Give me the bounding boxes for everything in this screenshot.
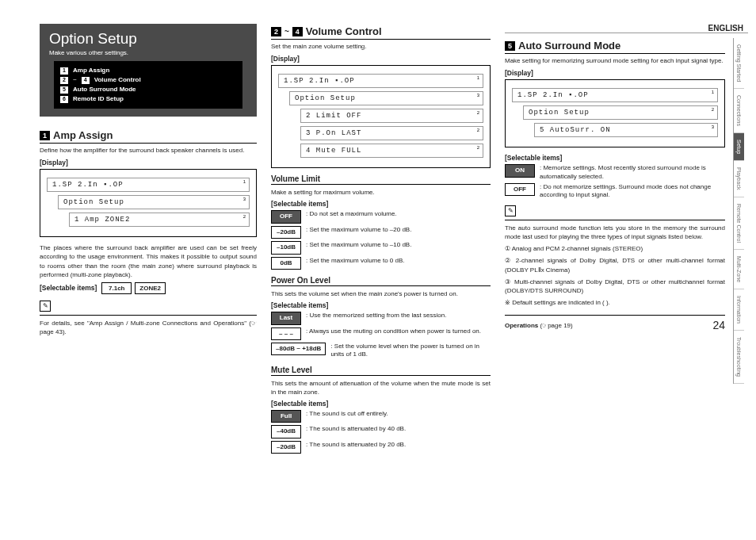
- option-chip: Last: [271, 312, 301, 324]
- amp-display: 1.SP 2.In ▪.OP1 Option Setup3 1 Amp ZONE…: [40, 169, 257, 237]
- chip-71ch: 7.1ch: [101, 282, 132, 294]
- chip-off: OFF: [505, 183, 535, 196]
- option-chip: –20dB: [271, 226, 301, 239]
- option-chip: OFF: [271, 210, 301, 223]
- nav-tab-playback[interactable]: Playback: [734, 161, 744, 197]
- option-chip: –10dB: [271, 241, 301, 254]
- pencil-icon: ✎: [40, 301, 51, 312]
- nav-tab-connections[interactable]: Connections: [734, 89, 744, 133]
- auto-display: 1.SP 2.In ▪.OP1 Option Setup2 5 AutoSurr…: [505, 79, 725, 147]
- option-chip: Full: [271, 410, 301, 423]
- option-chip: – – –: [271, 327, 301, 340]
- header-box: Option Setup Make various other settings…: [40, 24, 257, 117]
- vol-display: 1.SP 2.In ▪.OP1 Option Setup3 2 Limit OF…: [271, 65, 491, 168]
- option-chip: –40dB: [271, 425, 301, 438]
- pencil-icon: ✎: [505, 205, 516, 216]
- language-label: ENGLISH: [505, 24, 748, 33]
- page-footer: Operations (☞page 19) 24: [505, 315, 725, 331]
- nav-tab-setup[interactable]: Setup: [734, 133, 744, 161]
- option-chip: –20dB: [271, 441, 301, 454]
- option-chip: 0dB: [271, 257, 301, 270]
- nav-tab-getting-started[interactable]: Getting Started: [734, 38, 744, 89]
- chip-on: ON: [505, 164, 535, 177]
- nav-tab-troubleshooting[interactable]: Troubleshooting: [734, 331, 744, 384]
- nav-tab-multi-zone[interactable]: Multi-Zone: [734, 250, 744, 289]
- page-title: Option Setup: [49, 30, 247, 48]
- page-subtitle: Make various other settings.: [49, 49, 247, 56]
- page-number: 24: [712, 319, 725, 331]
- toc-box: 1Amp Assign 2~4Volume Control 5Auto Surr…: [54, 61, 242, 109]
- amp-heading: 1Amp Assign: [40, 128, 257, 144]
- side-tabs: Getting StartedConnectionsSetupPlaybackR…: [733, 38, 748, 384]
- nav-tab-remote-control[interactable]: Remote Control: [734, 197, 744, 250]
- auto-heading: 5Auto Surround Mode: [505, 38, 725, 54]
- nav-tab-information[interactable]: Information: [734, 289, 744, 331]
- option-chip: –80dB ~ +18dB: [271, 343, 326, 355]
- chip-zone2: ZONE2: [135, 282, 166, 294]
- vol-heading: 2~4Volume Control: [271, 24, 491, 40]
